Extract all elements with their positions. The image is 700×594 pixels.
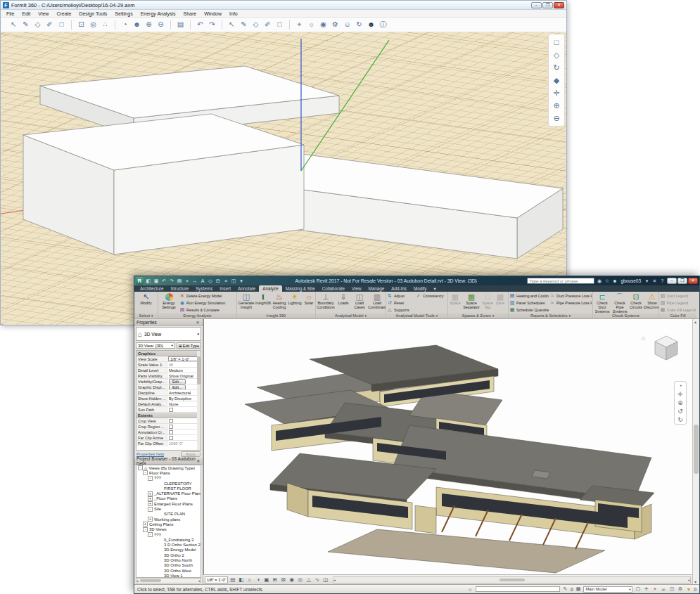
select-arrow-icon[interactable]: ↖ xyxy=(226,18,238,32)
tree-item-site[interactable]: -Site xyxy=(136,506,201,511)
temporary-isolate-icon[interactable]: ◉ xyxy=(288,576,295,583)
horizontal-scrollbar[interactable]: ◂▸ xyxy=(333,576,691,583)
tree-item-ceiling-plans[interactable]: +Ceiling Plans xyxy=(136,522,201,527)
panel-label-reports-schedules[interactable]: Reports & Schedules▾ xyxy=(509,313,592,318)
help-icon[interactable]: ? xyxy=(659,278,666,283)
space-separator-button[interactable]: ▦ Space Separator xyxy=(462,292,481,313)
shape-box-icon[interactable]: ◇ xyxy=(32,18,44,32)
select-arrow-icon[interactable]: ↖ xyxy=(8,18,20,32)
pan-icon[interactable]: ✛ xyxy=(549,86,564,99)
zoom-in-icon[interactable]: ⊕ xyxy=(143,18,155,32)
share-icon[interactable]: ↻ xyxy=(353,18,365,32)
tree-item-first-floor[interactable]: FIRST FLOOR xyxy=(136,486,201,491)
thin-lines-icon[interactable]: ≡ xyxy=(222,278,229,283)
visibility-edit-button[interactable]: Edit... xyxy=(169,379,186,384)
run-energy-simulation-button[interactable]: ◉ Run Energy Simulation xyxy=(179,299,236,306)
tree-item-3d-view-1[interactable]: 3D View 1 xyxy=(136,573,201,578)
tab-systems[interactable]: Systems xyxy=(192,285,216,292)
section-extents[interactable]: Extents▴ xyxy=(136,413,201,418)
panel-label-color-fill[interactable]: Color Fill xyxy=(659,313,696,318)
worksets-icon[interactable]: ⌂ xyxy=(467,587,473,592)
generate-insight-button[interactable]: ◫ Generate Insight xyxy=(238,292,255,313)
design-options-select[interactable]: Main Model▾ xyxy=(583,586,632,593)
tree-item[interactable]: -??? xyxy=(136,476,201,481)
edit-shape-icon[interactable]: ✐ xyxy=(44,18,56,32)
design-options-icon[interactable]: ▦ xyxy=(575,586,581,592)
tree-item-fundraising[interactable]: 0_Fundraising 3 xyxy=(136,537,201,542)
view-scale-button[interactable]: 1/8" = 1'-0" xyxy=(205,576,228,583)
save-icon[interactable]: ▣ xyxy=(153,278,160,284)
pan-icon[interactable]: ✛ xyxy=(677,390,683,399)
tab-view[interactable]: View xyxy=(348,285,365,292)
orbit-icon[interactable]: ↻ xyxy=(549,61,564,74)
consistency-button[interactable]: ✓ Consistency xyxy=(416,292,447,299)
tree-item-floor-plans-group[interactable]: +_Floor Plans xyxy=(136,496,201,501)
check-circuits-button[interactable]: ⊡ Check Circuits xyxy=(629,292,643,313)
vertical-scrollbar[interactable]: ▴ ▾ xyxy=(692,319,699,584)
gear-icon[interactable]: ⚙ xyxy=(329,18,341,32)
reveal-hidden-icon[interactable]: ◎ xyxy=(296,576,304,583)
aligned-dimension-icon[interactable]: ↔ xyxy=(191,278,198,283)
tree-item-ortho-west[interactable]: 3D Ortho West xyxy=(136,568,201,573)
exclude-options-icon[interactable]: ▢ xyxy=(635,586,641,592)
pipe-pressure-loss-report-button[interactable]: ≈ Pipe Pressure Loss Report xyxy=(549,299,592,306)
maximize-button[interactable]: ❐ xyxy=(542,2,553,8)
visual-style-icon[interactable]: ◧ xyxy=(237,576,245,583)
underlay-icon[interactable]: ◫ xyxy=(668,586,675,592)
energy-settings-button[interactable]: Energy Settings xyxy=(159,292,179,313)
tree-item-clerestory[interactable]: CLERESTORY xyxy=(136,481,201,486)
view-scale-value[interactable]: 1/8" = 1'-0" xyxy=(168,356,200,361)
supports-button[interactable]: △ Supports xyxy=(387,306,415,313)
results-compare-button[interactable]: ▤ Results & Compare xyxy=(179,306,236,313)
close-button[interactable]: ✕ xyxy=(688,278,698,284)
viewcube[interactable]: ⌂ xyxy=(642,333,681,364)
delete-energy-model-button[interactable]: ✕ Delete Energy Model xyxy=(179,292,236,299)
undo-icon[interactable]: ↶ xyxy=(160,278,167,284)
check-pipe-systems-button[interactable]: ⌒ Check Pipe Systems xyxy=(611,292,628,313)
show-disconnects-button[interactable]: ⚠ Show Disconnects xyxy=(644,292,658,313)
formit-title-bar[interactable]: F FormIt 360 - C:/Users/molloyi/Desktop/… xyxy=(1,1,566,10)
space-button[interactable]: ▦ Space xyxy=(449,292,462,313)
tree-item-3d-views[interactable]: -3D Views xyxy=(136,527,201,532)
solar-button[interactable]: ☼ Solar xyxy=(303,292,315,313)
crop-view-checkbox[interactable] xyxy=(169,419,173,423)
type-selector[interactable]: ⌂ 3D View ▾ xyxy=(136,327,201,341)
section-graphics[interactable]: Graphics▴ xyxy=(136,351,201,356)
load-cases-button[interactable]: ◫ Load Cases xyxy=(352,292,367,313)
measure-icon[interactable]: ⌖ xyxy=(184,278,191,284)
space-tag-button[interactable]: □ Space Tag xyxy=(481,292,494,313)
minimize-button[interactable]: – xyxy=(667,278,677,284)
revit-3d-canvas[interactable]: ⌂ ◔ ✛ ⊕ ↺ ↻ xyxy=(203,319,692,574)
tab-add-ins[interactable]: Add-Ins xyxy=(388,285,410,292)
heating-cooling-button[interactable]: ♨ Heating Cooling xyxy=(272,292,287,313)
user-icon[interactable]: ☻ xyxy=(365,18,377,32)
redo-icon[interactable]: ↷ xyxy=(206,18,218,32)
project-browser-header[interactable]: Project Browser - 03 Audubon Deta... ✕ xyxy=(134,458,203,465)
tree-item-energy-model[interactable]: 3D Energy Model xyxy=(136,548,201,553)
editing-requests-icon[interactable]: ✎ xyxy=(562,586,568,592)
tab-structure[interactable]: Structure xyxy=(167,285,193,292)
section-icon[interactable]: ⊟ xyxy=(215,278,222,284)
menu-design-tools[interactable]: Design Tools xyxy=(79,11,107,16)
panel-label-analytical-model-tools[interactable]: Analytical Model Tools▾ xyxy=(386,313,447,318)
levels-icon[interactable]: ▤ xyxy=(174,18,186,32)
properties-scrollbar[interactable] xyxy=(197,351,201,450)
sun-icon[interactable]: ☼ xyxy=(305,18,317,32)
tab-modify[interactable]: Modify xyxy=(410,285,431,292)
tab-annotate[interactable]: Annotate xyxy=(234,285,259,292)
tree-item-enlarged-floor-plans[interactable]: +Enlarged Floor Plans xyxy=(136,501,201,506)
rewind-icon[interactable]: ↺ xyxy=(677,407,683,415)
show-crop-icon[interactable]: ⊞ xyxy=(271,576,279,583)
insight360-button[interactable]: I Insight360 xyxy=(255,292,271,313)
menu-edit[interactable]: Edit xyxy=(22,11,30,16)
location-pin-icon[interactable]: ⌖ xyxy=(293,18,305,32)
redo-icon[interactable]: ↷ xyxy=(168,278,175,284)
close-button[interactable]: ✕ xyxy=(554,2,564,8)
match-photo-icon[interactable]: ◉ xyxy=(317,18,329,32)
detail-level-icon[interactable]: ▤ xyxy=(229,576,236,583)
load-combinations-button[interactable]: ▥ Load Combinations xyxy=(368,292,386,313)
crop-region-visible-checkbox[interactable] xyxy=(169,425,173,429)
home-icon[interactable]: ⌂ xyxy=(642,335,645,342)
links-icon[interactable]: ∞ xyxy=(660,587,666,592)
tree-item-ortho-south[interactable]: 3D Ortho South xyxy=(136,563,201,568)
